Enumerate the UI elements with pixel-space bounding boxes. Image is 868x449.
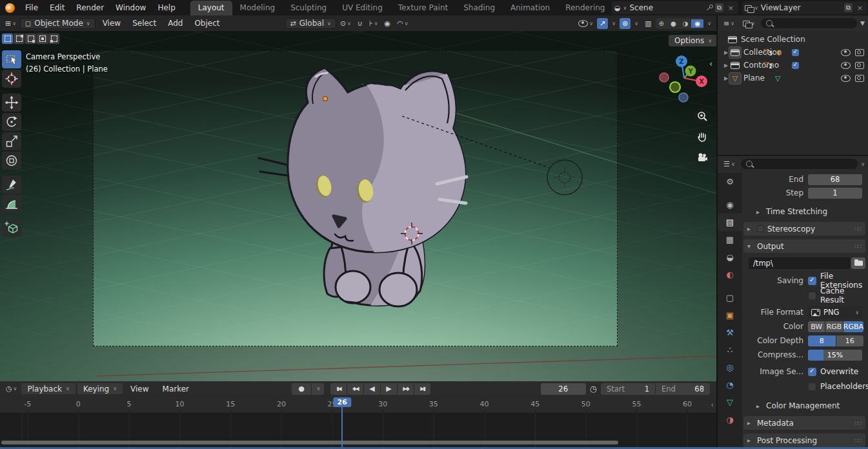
scene-selector[interactable]: ◒ ∨ Scene ⧉ × [612, 1, 738, 14]
outliner-item-label[interactable]: Contorno [743, 61, 779, 70]
properties-tab-object-data[interactable]: ▽ [718, 394, 742, 411]
show-gizmo-button[interactable]: ↗ [597, 18, 608, 29]
frame-end-field[interactable]: 68 [808, 174, 862, 185]
timeline-menu-view[interactable]: View [125, 383, 154, 394]
outliner-row[interactable]: ▶Collection▽5◖ [718, 46, 868, 59]
viewport-menu-select[interactable]: Select [126, 16, 162, 30]
transport-play[interactable]: ▶ [381, 383, 397, 395]
menu-help[interactable]: Help [152, 1, 181, 15]
overwrite-checkbox[interactable] [808, 368, 816, 376]
zoom-button[interactable] [694, 108, 711, 125]
timeline-menu-playback[interactable]: Playback∨ [21, 383, 75, 394]
properties-tab-physics[interactable]: ◎ [718, 359, 742, 376]
post-processing-panel[interactable]: ▸ Post Processing ∷∷ [743, 434, 865, 447]
properties-tab-modifiers[interactable]: ⚒ [718, 324, 742, 341]
shading-wireframe-button[interactable]: ⊕ [656, 19, 667, 28]
scene-name[interactable]: Scene [629, 3, 703, 12]
frame-step-field[interactable]: 1 [808, 188, 862, 199]
timeline-tracks[interactable] [0, 414, 716, 447]
gizmo-settings-button[interactable]: ∨ [609, 18, 618, 29]
workspace-tab-animation[interactable]: Animation [503, 1, 558, 15]
timeline-scrollbar[interactable] [1, 441, 618, 444]
shading-rendered-button[interactable]: ◉ [691, 19, 703, 28]
snap-target-button[interactable]: ⊙ ∨ [338, 18, 354, 29]
axis-neg-y[interactable] [670, 82, 680, 92]
workspace-tab-texture-paint[interactable]: Texture Paint [390, 1, 456, 15]
properties-tab-view-layer[interactable]: ▦ [718, 231, 742, 248]
outliner-filter-id-button[interactable]: ∨ [740, 18, 758, 29]
menu-file[interactable]: File [19, 1, 44, 15]
properties-tab-constraints[interactable]: ◔ [718, 376, 742, 394]
frame-start-field[interactable]: Start1 [601, 383, 655, 395]
camera-view-button[interactable] [694, 149, 711, 166]
viewlayer-name[interactable]: ViewLayer [761, 3, 842, 12]
time-stretching-panel[interactable]: ▸ Time Stretching [742, 205, 868, 218]
expand-arrow-icon[interactable]: ▶ [723, 75, 729, 81]
options-button[interactable]: Options ∨ [669, 35, 716, 46]
exclude-checkbox[interactable] [792, 62, 799, 69]
properties-tab-render[interactable]: ◉ [718, 196, 742, 214]
axis-neg-x[interactable] [660, 73, 669, 82]
compression-slider[interactable]: 15% [808, 350, 862, 361]
show-overlays-button[interactable]: ⊚ [620, 18, 631, 29]
select-mode-intersect-button[interactable] [48, 34, 59, 44]
properties-search-input[interactable] [741, 159, 858, 169]
cache-result-checkbox[interactable] [808, 292, 816, 300]
depth-option-16[interactable]: 16 [836, 335, 864, 346]
menu-window[interactable]: Window [110, 1, 152, 15]
viewport-menu-add[interactable]: Add [162, 16, 188, 30]
transport-play-reverse[interactable]: ◀ [364, 383, 380, 395]
workspace-tab-shading[interactable]: Shading [456, 1, 503, 15]
metadata-panel[interactable]: ▸ Metadata ∷∷ [743, 416, 865, 430]
record-button[interactable]: ● [292, 383, 311, 395]
workspace-tab-layout[interactable]: Layout [190, 1, 232, 15]
output-path-field[interactable]: /tmp\ [749, 257, 850, 269]
close-icon[interactable]: × [855, 4, 865, 12]
pin-icon[interactable] [706, 5, 712, 11]
tool-measure[interactable] [2, 195, 21, 213]
properties-tab-world[interactable]: ◐ [718, 266, 742, 283]
outliner-display-mode-button[interactable]: ≡ ∨ [721, 18, 737, 29]
panel-drag-dots[interactable]: ∷∷ [855, 243, 861, 250]
tool-select-box[interactable] [2, 50, 21, 68]
menu-edit[interactable]: Edit [44, 1, 70, 15]
tool-move[interactable] [2, 94, 21, 112]
blender-logo-icon[interactable] [5, 3, 15, 13]
properties-tab-output[interactable]: ▤ [718, 214, 742, 231]
collapse-region-icon[interactable]: ‹ [711, 401, 714, 409]
outliner-item-label[interactable]: Scene Collection [741, 35, 805, 44]
tool-rotate[interactable] [2, 113, 21, 131]
mode-dropdown[interactable]: ◻ Object Mode ∨ [20, 18, 96, 29]
transform-orientation-dropdown[interactable]: ⇄ Global ∨ [285, 18, 336, 29]
playhead-frame-badge[interactable]: 26 [334, 397, 351, 407]
properties-tab-material[interactable]: ◑ [718, 411, 742, 428]
current-frame-field[interactable]: 26 [541, 383, 586, 395]
tool-scale[interactable] [2, 132, 21, 150]
tool-transform[interactable] [2, 152, 21, 170]
workspace-tab-uv-editing[interactable]: UV Editing [334, 1, 390, 15]
placeholders-checkbox[interactable] [808, 383, 816, 391]
depth-option-8[interactable]: 8 [808, 335, 836, 346]
outliner-search-input[interactable] [761, 18, 857, 28]
shading-solid-button[interactable]: ● [667, 19, 680, 28]
select-mode-invert-button[interactable] [37, 34, 48, 44]
browse-folder-button[interactable] [851, 257, 865, 269]
expand-arrow-icon[interactable]: ▶ [723, 63, 729, 68]
panel-drag-dots[interactable]: ∷∷ [855, 420, 861, 426]
timeline-ruler[interactable]: ‹ -5051015202530354045505560 [0, 396, 716, 414]
select-mode-set-button[interactable] [2, 34, 13, 44]
viewport-menu-view[interactable]: View [97, 16, 126, 30]
navigation-gizmo[interactable]: Z Y X [657, 55, 715, 107]
file-format-dropdown[interactable]: PNG ∨ [808, 306, 862, 318]
outliner-row[interactable]: ▶Contorno▽2 [718, 59, 868, 72]
properties-tab-scene[interactable]: ◒ [718, 248, 742, 266]
empty-object[interactable] [547, 160, 582, 195]
editor-type-button[interactable]: ⊞ ∨ [3, 18, 19, 29]
outliner-item-label[interactable]: Plane [743, 74, 765, 83]
snap-toggle-button[interactable]: ∪ [355, 18, 365, 29]
properties-editor-type-button[interactable]: ☰ ∨ [721, 159, 738, 170]
proportional-falloff-button[interactable]: ◠ ∨ [394, 18, 410, 29]
properties-tab-collection[interactable]: ▢ [718, 289, 742, 306]
transport-previous-keyframe[interactable]: ◆◀ [347, 383, 363, 395]
color-option-rgb[interactable]: RGB [825, 321, 842, 332]
